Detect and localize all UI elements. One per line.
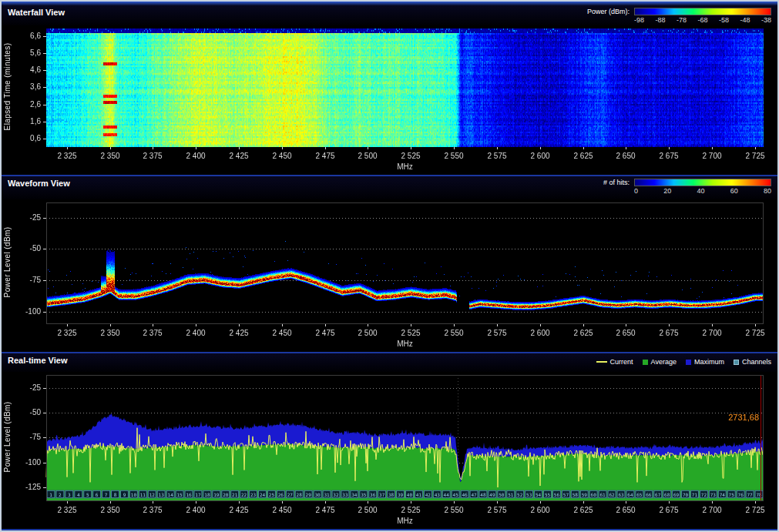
legend-label: Average bbox=[651, 358, 677, 366]
waveform-panel-header: Waveform View # of hits: 0 20 40 60 80 bbox=[2, 176, 777, 199]
channels-swatch-icon bbox=[734, 360, 739, 365]
colorbar-tick: -48 bbox=[740, 16, 750, 24]
waveform-panel-title: Waveform View bbox=[8, 179, 70, 188]
hits-colorbar: # of hits: 0 20 40 60 80 bbox=[603, 179, 771, 195]
hits-colorbar-ticks: 0 20 40 60 80 bbox=[634, 187, 771, 195]
realtime-panel-header: Real-time View Current Average Maximum C… bbox=[2, 353, 777, 372]
spectrum-analyzer-window: Waterfall View Power (dBm): -98 -88 -78 … bbox=[0, 0, 779, 532]
power-colorbar: Power (dBm): -98 -88 -78 -68 -58 -48 -38 bbox=[587, 8, 771, 24]
legend-item-average[interactable]: Average bbox=[643, 358, 677, 366]
colorbar-tick: -68 bbox=[697, 16, 707, 24]
colorbar-tick: -88 bbox=[655, 16, 665, 24]
power-colorbar-gradient-icon bbox=[634, 8, 771, 15]
realtime-panel-title: Real-time View bbox=[8, 356, 67, 365]
realtime-panel: Real-time View Current Average Maximum C… bbox=[2, 353, 777, 530]
legend-label: Channels bbox=[742, 358, 771, 366]
colorbar-tick: 80 bbox=[764, 187, 771, 195]
waveform-panel: Waveform View # of hits: 0 20 40 60 80 P… bbox=[2, 176, 777, 353]
current-line-swatch-icon bbox=[596, 361, 607, 363]
power-colorbar-ticks: -98 -88 -78 -68 -58 -48 -38 bbox=[634, 16, 771, 24]
colorbar-tick: 20 bbox=[663, 187, 671, 195]
colorbar-tick: 60 bbox=[730, 187, 738, 195]
legend-item-current[interactable]: Current bbox=[596, 358, 633, 366]
hits-colorbar-label: # of hits: bbox=[603, 179, 630, 186]
realtime-plot-canvas[interactable] bbox=[2, 372, 777, 529]
power-colorbar-label: Power (dBm): bbox=[587, 8, 630, 15]
colorbar-tick: -98 bbox=[634, 16, 644, 24]
colorbar-tick: 40 bbox=[697, 187, 704, 195]
legend-label: Current bbox=[610, 358, 633, 366]
colorbar-tick: -38 bbox=[761, 16, 771, 24]
waterfall-plot-area: Elapsed Time (minutes) bbox=[2, 25, 777, 175]
hits-colorbar-gradient-icon bbox=[634, 179, 771, 186]
colorbar-tick: -78 bbox=[677, 16, 687, 24]
colorbar-tick: 0 bbox=[634, 187, 638, 195]
waterfall-plot-canvas[interactable] bbox=[2, 25, 777, 175]
legend-item-channels[interactable]: Channels bbox=[734, 358, 771, 366]
realtime-plot-area: Power Level (dBm) bbox=[2, 372, 777, 529]
waterfall-panel-title: Waterfall View bbox=[8, 8, 65, 17]
average-swatch-icon bbox=[643, 360, 648, 365]
waveform-plot-area: Power Level (dBm) bbox=[2, 199, 777, 352]
colorbar-tick: -58 bbox=[719, 16, 729, 24]
realtime-legend: Current Average Maximum Channels bbox=[596, 356, 771, 366]
waterfall-panel: Waterfall View Power (dBm): -98 -88 -78 … bbox=[2, 5, 777, 176]
waveform-plot-canvas[interactable] bbox=[2, 199, 777, 352]
legend-item-maximum[interactable]: Maximum bbox=[686, 358, 724, 366]
maximum-swatch-icon bbox=[686, 360, 691, 365]
legend-label: Maximum bbox=[694, 358, 724, 366]
waterfall-panel-header: Waterfall View Power (dBm): -98 -88 -78 … bbox=[2, 5, 777, 25]
